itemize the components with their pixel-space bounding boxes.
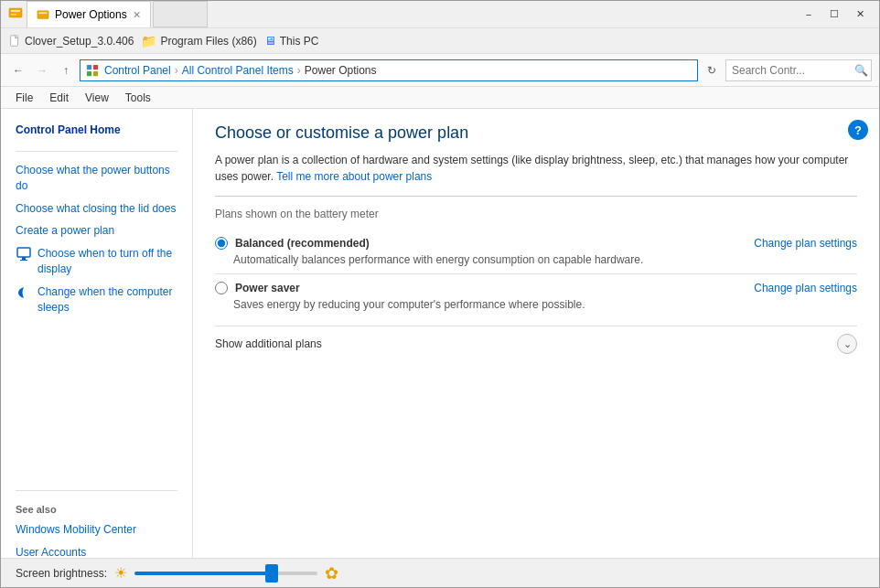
svg-rect-10	[17, 248, 30, 257]
monitor-icon: 🖥	[264, 34, 276, 48]
window-controls: − ☐ ✕	[797, 5, 872, 24]
change-plan-balanced-link[interactable]: Change plan settings	[754, 237, 857, 250]
sidebar-item-power-buttons[interactable]: Choose what the power buttons do	[1, 159, 192, 198]
refresh-button[interactable]: ↻	[702, 60, 722, 80]
sidebar: Control Panel Home Choose what the power…	[1, 109, 193, 558]
close-button[interactable]: ✕	[848, 5, 872, 24]
plan-balanced-row: Balanced (recommended) Automatically bal…	[215, 230, 857, 273]
svg-rect-6	[87, 64, 91, 69]
sidebar-item-label: Windows Mobility Center	[16, 522, 136, 538]
svg-rect-7	[93, 64, 98, 69]
plan-power-saver-name: Power saver	[235, 282, 300, 294]
brightness-thumb[interactable]	[265, 564, 278, 583]
svg-rect-12	[20, 260, 27, 261]
menu-view[interactable]: View	[78, 90, 116, 106]
up-button[interactable]: ↑	[56, 60, 76, 80]
plans-section-label: Plans shown on the battery meter	[215, 208, 857, 220]
sidebar-item-label: Change when the computer sleeps	[38, 284, 177, 315]
back-button[interactable]: ←	[8, 60, 28, 80]
sidebar-item-user-accounts[interactable]: User Accounts	[1, 541, 192, 558]
search-input[interactable]	[725, 59, 872, 81]
forward-button[interactable]: →	[32, 60, 52, 80]
sidebar-item-label: Choose what the power buttons do	[16, 163, 177, 194]
section-divider	[215, 196, 857, 197]
sidebar-item-label: Choose when to turn off the display	[38, 246, 177, 277]
address-bar-area: ← → ↑ Control Panel › All Control Panel …	[1, 54, 879, 87]
sidebar-divider-bottom	[16, 490, 177, 491]
window: Power Options ✕ − ☐ ✕ Clover_Setup_3.0.4…	[0, 0, 880, 588]
content-area: ? Choose or customise a power plan A pow…	[193, 109, 879, 558]
svg-rect-1	[11, 10, 20, 12]
sidebar-item-create-plan[interactable]: Create a power plan	[1, 219, 192, 242]
learn-more-link[interactable]: Tell me more about power plans	[276, 170, 432, 183]
sidebar-divider-top	[16, 151, 177, 152]
path-all-items[interactable]: All Control Panel Items	[182, 64, 294, 77]
menu-tools[interactable]: Tools	[118, 90, 158, 106]
file-icon	[8, 35, 21, 48]
svg-rect-3	[38, 11, 48, 19]
chevron-down-icon[interactable]: ⌄	[837, 334, 857, 354]
brightness-label: Screen brightness:	[16, 567, 107, 580]
help-button[interactable]: ?	[848, 120, 868, 140]
menu-bar: File Edit View Tools	[1, 87, 879, 109]
bottom-bar: Screen brightness: ☀ ✿	[1, 558, 879, 587]
sidebar-item-label: User Accounts	[16, 545, 86, 558]
svg-rect-4	[39, 12, 48, 14]
brightness-sun-left-icon: ☀	[114, 564, 127, 582]
bookmark-this-pc[interactable]: 🖥 This PC	[264, 34, 319, 48]
title-bar: Power Options ✕ − ☐ ✕	[1, 1, 879, 28]
plan-power-saver-change: Change plan settings	[754, 282, 857, 294]
plan-balanced-change: Change plan settings	[754, 237, 857, 250]
control-panel-icon	[86, 64, 99, 77]
sidebar-item-label: Choose what closing the lid does	[16, 201, 176, 217]
sidebar-heading[interactable]: Control Panel Home	[1, 120, 192, 144]
brightness-slider-wrapper	[134, 572, 317, 575]
sidebar-item-mobility-center[interactable]: Windows Mobility Center	[1, 519, 192, 541]
tab-close-btn[interactable]: ✕	[133, 9, 141, 21]
main-area: Control Panel Home Choose what the power…	[1, 109, 879, 558]
maximize-button[interactable]: ☐	[822, 5, 846, 24]
display-icon	[16, 246, 32, 262]
path-control-panel[interactable]: Control Panel	[104, 64, 171, 77]
change-plan-saver-link[interactable]: Change plan settings	[754, 282, 857, 294]
menu-edit[interactable]: Edit	[42, 90, 76, 106]
search-icon: 🔍	[854, 64, 868, 77]
bookmark-program-files[interactable]: 📁 Program Files (x86)	[141, 34, 256, 48]
show-additional-label: Show additional plans	[215, 337, 322, 350]
svg-rect-2	[11, 14, 16, 16]
path-current: Power Options	[305, 64, 377, 77]
plan-power-saver-info: Power saver Saves energy by reducing you…	[215, 282, 585, 311]
minimize-button[interactable]: −	[797, 5, 821, 24]
see-also-label: See also	[1, 498, 192, 519]
sidebar-item-sleep[interactable]: Change when the computer sleeps	[1, 281, 192, 319]
svg-rect-11	[22, 257, 26, 260]
content-description: A power plan is a collection of hardware…	[215, 152, 857, 185]
plan-balanced-name: Balanced (recommended)	[235, 237, 370, 250]
sidebar-item-turn-off-display[interactable]: Choose when to turn off the display	[1, 242, 192, 281]
plan-balanced-radio[interactable]	[215, 237, 228, 250]
menu-file[interactable]: File	[8, 90, 40, 106]
brightness-slider[interactable]	[134, 572, 317, 575]
brightness-sun-right-icon: ✿	[325, 563, 338, 583]
sidebar-item-closing-lid[interactable]: Choose what closing the lid does	[1, 198, 192, 220]
plan-balanced-desc: Automatically balances performance with …	[233, 253, 643, 266]
plan-power-saver-desc: Saves energy by reducing your computer's…	[233, 298, 585, 311]
show-additional-plans[interactable]: Show additional plans ⌄	[215, 326, 857, 361]
active-tab[interactable]: Power Options ✕	[27, 1, 151, 27]
plan-power-saver-header: Power saver	[215, 282, 585, 294]
address-box[interactable]: Control Panel › All Control Panel Items …	[80, 59, 698, 81]
svg-rect-8	[87, 70, 91, 75]
new-tab[interactable]	[153, 1, 208, 27]
folder-icon: 📁	[141, 34, 156, 48]
tab-icon	[37, 8, 49, 21]
bookmark-label: This PC	[280, 35, 319, 48]
sleep-icon	[16, 284, 32, 301]
svg-rect-0	[9, 8, 22, 17]
bookmark-label: Clover_Setup_3.0.406	[25, 35, 134, 48]
bookmark-label: Program Files (x86)	[160, 35, 256, 48]
plan-balanced-info: Balanced (recommended) Automatically bal…	[215, 237, 643, 266]
plan-power-saver-radio[interactable]	[215, 282, 228, 294]
bookmark-clover-setup[interactable]: Clover_Setup_3.0.406	[8, 35, 134, 48]
bookmarks-bar: Clover_Setup_3.0.406 📁 Program Files (x8…	[1, 28, 879, 54]
address-path: Control Panel › All Control Panel Items …	[86, 64, 376, 77]
